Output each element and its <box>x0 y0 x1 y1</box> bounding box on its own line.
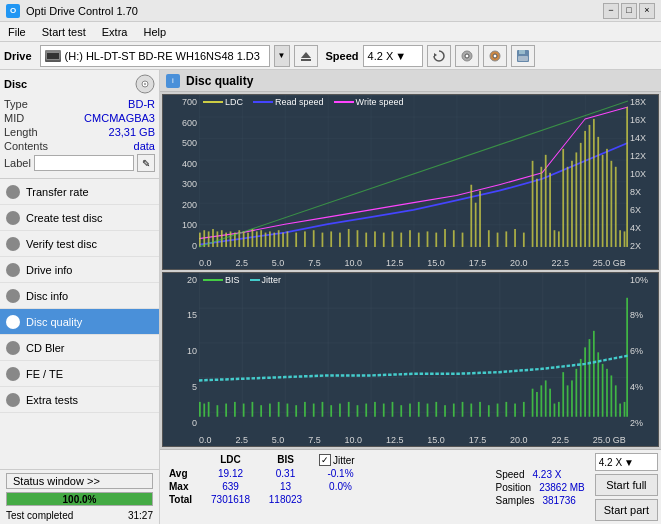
charts-area: LDC Read speed Write speed 7006005004003… <box>160 92 661 449</box>
maximize-button[interactable]: □ <box>621 3 637 19</box>
jitter-checkbox[interactable]: ✓ <box>319 454 331 466</box>
speed-value: 4.2 X <box>368 50 394 62</box>
svg-rect-28 <box>252 229 254 247</box>
svg-rect-30 <box>260 230 262 247</box>
status-window-button[interactable]: Status window >> <box>6 473 153 489</box>
svg-rect-102 <box>304 401 306 416</box>
progress-bar-container: 100.0% <box>6 492 153 506</box>
nav-label-verify-test-disc: Verify test disc <box>26 238 97 250</box>
disc-panel-header: Disc <box>4 74 155 94</box>
nav-icon-disc-quality <box>6 315 20 329</box>
nav-label-transfer-rate: Transfer rate <box>26 186 89 198</box>
nav-item-disc-quality[interactable]: Disc quality <box>0 309 159 335</box>
nav-item-drive-info[interactable]: Drive info <box>0 257 159 283</box>
disc-quality-icon: i <box>166 74 180 88</box>
refresh-button[interactable] <box>427 45 451 67</box>
speed-select[interactable]: 4.2 X ▼ <box>363 45 423 67</box>
speed-dropdown[interactable]: 4.2 X ▼ <box>595 453 658 471</box>
nav-item-cd-bler[interactable]: CD Bler <box>0 335 159 361</box>
svg-rect-107 <box>348 401 350 416</box>
svg-rect-73 <box>567 167 569 247</box>
svg-rect-122 <box>479 401 481 416</box>
jitter-check[interactable]: ✓ Jitter <box>313 453 368 467</box>
svg-rect-129 <box>536 391 538 416</box>
svg-rect-119 <box>453 403 455 416</box>
stats-avg-row: Avg 19.12 0.31 -0.1% <box>163 467 488 480</box>
disc2-button[interactable] <box>483 45 507 67</box>
avg-jitter: -0.1% <box>313 467 368 480</box>
svg-rect-84 <box>615 167 617 247</box>
bottom-chart-y-right: 10%8%6%4%2% <box>628 273 658 429</box>
save-button[interactable] <box>511 45 535 67</box>
svg-rect-20 <box>217 231 219 247</box>
label-edit-button[interactable]: ✎ <box>137 154 155 172</box>
svg-rect-62 <box>505 231 507 247</box>
start-full-button[interactable]: Start full <box>595 474 658 496</box>
disc-button[interactable] <box>455 45 479 67</box>
drive-value: (H:) HL-DT-ST BD-RE WH16NS48 1.D3 <box>65 50 265 62</box>
svg-rect-121 <box>470 403 472 416</box>
svg-rect-53 <box>435 233 437 247</box>
svg-rect-41 <box>330 231 332 247</box>
svg-rect-59 <box>479 191 481 247</box>
menu-help[interactable]: Help <box>139 25 170 39</box>
svg-rect-140 <box>584 347 586 416</box>
nav-icon-drive-info <box>6 263 20 277</box>
minimize-button[interactable]: − <box>603 3 619 19</box>
menu-file[interactable]: File <box>4 25 30 39</box>
nav-item-transfer-rate[interactable]: Transfer rate <box>0 179 159 205</box>
nav-item-fe-te[interactable]: FE / TE <box>0 361 159 387</box>
total-ldc: 7301618 <box>203 493 258 506</box>
svg-rect-142 <box>593 330 595 416</box>
mid-value: CMCMAGBA3 <box>84 112 155 124</box>
app-title: Opti Drive Control 1.70 <box>26 5 138 17</box>
svg-rect-118 <box>444 405 446 417</box>
nav-icon-cd-bler <box>6 341 20 355</box>
svg-rect-72 <box>562 149 564 247</box>
stats-total-row: Total 7301618 118023 <box>163 493 488 506</box>
disc-quality-header: i Disc quality <box>160 70 661 92</box>
nav-item-disc-info[interactable]: Disc info <box>0 283 159 309</box>
svg-rect-40 <box>322 233 324 247</box>
svg-rect-145 <box>606 368 608 416</box>
menu-extra[interactable]: Extra <box>98 25 132 39</box>
disc-panel-icon <box>135 74 155 94</box>
svg-rect-150 <box>626 297 628 416</box>
eject-button[interactable] <box>294 45 318 67</box>
nav-item-create-test-disc[interactable]: Create test disc <box>0 205 159 231</box>
close-button[interactable]: × <box>639 3 655 19</box>
svg-rect-58 <box>475 203 477 247</box>
speed-label: Speed <box>326 50 359 62</box>
svg-rect-147 <box>615 385 617 416</box>
svg-rect-32 <box>269 231 271 247</box>
speed-info: Speed 4.23 X Position 23862 MB Samples 3… <box>496 453 585 521</box>
legend-ldc: LDC <box>203 97 243 107</box>
title-bar: O Opti Drive Control 1.70 − □ × <box>0 0 661 22</box>
start-part-button[interactable]: Start part <box>595 499 658 521</box>
svg-rect-50 <box>409 230 411 247</box>
speed-info-value: 4.23 X <box>533 469 562 480</box>
menu-start-test[interactable]: Start test <box>38 25 90 39</box>
title-bar-left: O Opti Drive Control 1.70 <box>6 4 138 18</box>
nav-item-verify-test-disc[interactable]: Verify test disc <box>0 231 159 257</box>
max-ldc: 639 <box>203 480 258 493</box>
svg-rect-101 <box>295 405 297 417</box>
contents-label: Contents <box>4 140 48 152</box>
drive-select[interactable]: (H:) HL-DT-ST BD-RE WH16NS48 1.D3 <box>40 45 270 67</box>
progress-text: 100.0% <box>63 494 97 505</box>
stats-bar: LDC BIS ✓ Jitter Avg 19.12 0.31 -0.1% Ma… <box>160 449 661 524</box>
svg-rect-114 <box>409 403 411 416</box>
svg-rect-26 <box>243 231 245 247</box>
nav-item-extra-tests[interactable]: Extra tests <box>0 387 159 413</box>
stats-empty <box>163 453 203 467</box>
speed-dropdown-value: 4.2 X <box>599 457 622 468</box>
label-label: Label <box>4 157 31 169</box>
nav-label-drive-info: Drive info <box>26 264 72 276</box>
svg-rect-27 <box>247 233 249 247</box>
svg-rect-70 <box>554 230 556 247</box>
nav-icon-extra-tests <box>6 393 20 407</box>
drive-dropdown-arrow[interactable]: ▼ <box>274 45 290 67</box>
label-input[interactable] <box>34 155 134 171</box>
svg-rect-110 <box>374 401 376 416</box>
legend-bis: BIS <box>203 275 240 285</box>
